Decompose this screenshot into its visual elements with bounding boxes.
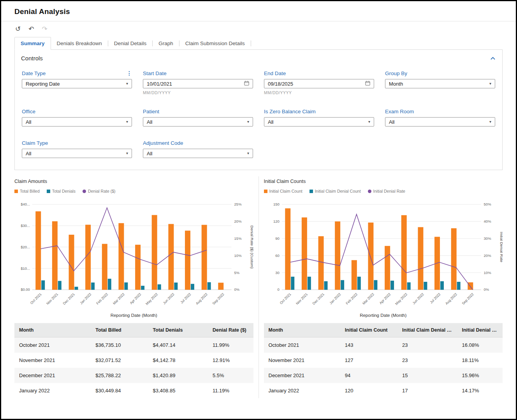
bar[interactable] [468,282,473,290]
bar[interactable] [407,282,410,290]
bar[interactable] [52,221,58,290]
x-axis-tick-label: Feb 2022 [345,292,358,306]
table-cell: 18.11% [457,353,503,368]
adjustment-code-select[interactable]: All ▾ [143,149,253,158]
bar[interactable] [158,284,161,290]
select-value: All [147,119,152,125]
bar[interactable] [85,225,91,290]
table-row: December 2021 $25,788.22 $1,420.89 5.5% [14,368,253,383]
bar[interactable] [341,280,344,290]
date-type-select[interactable]: Reporting Date ▾ [22,79,132,88]
legend-item[interactable]: Initial Denial Rate [368,189,405,193]
field-start-date: Start Date 10/01/2021 MM/DD/YYYY [143,70,253,95]
calendar-icon[interactable] [365,81,370,87]
legend-item[interactable]: Total Billed [14,189,40,193]
legend-item[interactable]: Initial Claim Count [264,189,302,193]
undo-icon[interactable]: ↶ [28,26,34,32]
y2-axis-tick-label: 30% [484,236,491,241]
x-axis-tick-label: Apr 2022 [129,292,142,305]
bar[interactable] [208,282,211,290]
bar[interactable] [301,218,307,290]
bar[interactable] [424,282,427,290]
tab-graph[interactable]: Graph [153,37,179,49]
redo-icon[interactable]: ↷ [42,26,47,32]
bar[interactable] [291,277,294,290]
table-row: January 2022 120 17 14.17% [264,383,503,398]
bar[interactable] [124,283,128,290]
bar[interactable] [41,280,45,290]
initial-claim-counts-chart[interactable]: 03060901201500%10%20%30%40%50%Oct 2021No… [264,200,503,313]
exam-room-select[interactable]: All ▾ [385,117,495,127]
bar[interactable] [218,283,223,290]
table-cell: 23 [397,337,457,353]
bar[interactable] [451,228,456,290]
bar[interactable] [401,215,406,290]
bar[interactable] [141,286,144,290]
bar[interactable] [118,223,124,290]
column-header: Denial Rate ($) [208,323,253,337]
content: Summary Denials Breakdown Denial Details… [1,37,516,398]
bar[interactable] [385,246,390,290]
bar[interactable] [318,236,324,290]
y2-axis-tick-label: 0% [484,287,489,292]
table-cell: $25,788.22 [91,368,148,383]
end-date-input[interactable]: 09/18/2025 [264,79,374,88]
bar[interactable] [185,231,190,290]
office-select[interactable]: All ▾ [22,117,132,127]
bar[interactable] [418,227,423,290]
group-by-select[interactable]: Month ▾ [385,79,495,88]
bar[interactable] [368,223,373,290]
bar[interactable] [335,221,340,290]
line-series[interactable] [290,214,473,290]
y2-axis-tick-label: 25% [234,202,242,206]
chevron-down-icon: ▾ [368,120,370,124]
bar[interactable] [307,277,311,290]
claim-type-select[interactable]: All ▾ [22,149,132,158]
legend-item[interactable]: Denial Rate ($) [83,189,116,193]
tab-summary[interactable]: Summary [14,37,51,50]
legend-item[interactable]: Total Denials [47,189,76,193]
bar[interactable] [152,215,157,290]
bar[interactable] [102,244,107,290]
bar[interactable] [202,225,207,290]
bar[interactable] [285,208,290,290]
bar[interactable] [174,283,178,290]
bar[interactable] [69,235,74,290]
tab-denials-breakdown[interactable]: Denials Breakdown [51,37,108,49]
bar[interactable] [108,279,111,290]
claim-amounts-panel: Claim Amounts Total Billed Total Denials… [14,176,258,398]
bar[interactable] [35,211,41,290]
calendar-icon[interactable] [244,81,249,87]
reset-icon[interactable]: ↺ [15,26,21,32]
bar[interactable] [135,245,141,290]
bar[interactable] [191,284,194,290]
bar[interactable] [58,281,62,290]
tab-denial-details[interactable]: Denial Details [108,37,152,49]
bar[interactable] [324,281,327,290]
select-value: All [26,119,31,125]
bar[interactable] [457,282,460,290]
legend-item[interactable]: Initial Claim Denial Count [309,189,361,193]
is-zero-balance-claim-select[interactable]: All ▾ [264,117,374,127]
x-axis-tick-label: Feb 2022 [95,292,109,306]
tab-claim-submission-details[interactable]: Claim Submission Details [179,37,251,49]
bar[interactable] [168,224,174,290]
bar[interactable] [374,280,377,290]
chevron-up-icon[interactable] [490,55,496,62]
bar[interactable] [91,283,95,290]
table-cell: 143 [340,337,397,353]
bar[interactable] [390,281,394,290]
table-cell: $32,071.52 [91,353,148,368]
column-header: Month [264,323,340,337]
patient-select[interactable]: All ▾ [143,117,253,127]
bar[interactable] [351,260,357,290]
page-title: Denial Analysis [14,7,503,16]
start-date-input[interactable]: 10/01/2021 [143,79,253,88]
bar[interactable] [75,287,78,290]
y2-axis-title: Initial Denial Rate [499,232,503,263]
kebab-menu-icon[interactable]: ⋮ [127,70,132,76]
claim-amounts-chart[interactable]: $0.00$10...$20...$30...$40...0%5%10%15%2… [14,200,253,313]
bar[interactable] [357,277,360,290]
bar[interactable] [440,281,443,290]
table-cell: 12.91% [208,353,253,368]
